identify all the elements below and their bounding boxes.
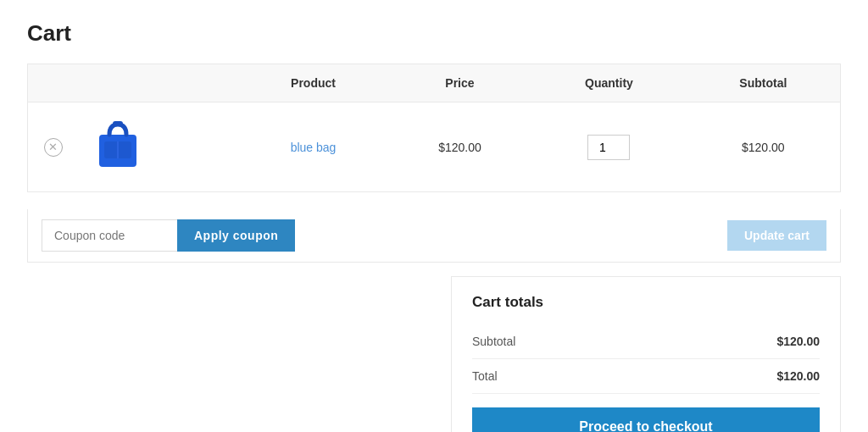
cart-table: Product Price Quantity Subtotal ✕ [27,64,841,192]
product-price: $120.00 [388,102,532,192]
cart-totals-section: Cart totals Subtotal $120.00 Total $120.… [451,276,841,432]
col-price: Price [388,64,532,102]
apply-coupon-button[interactable]: Apply coupon [177,219,295,252]
cart-actions: Apply coupon Update cart [27,209,841,263]
svg-rect-3 [113,121,123,126]
subtotal-row: Subtotal $120.00 [472,324,820,359]
cart-totals-title: Cart totals [472,294,820,311]
proceed-to-checkout-button[interactable]: Proceed to checkout [472,407,820,432]
product-link[interactable]: blue bag [291,141,337,154]
col-quantity: Quantity [531,64,686,102]
product-subtotal: $120.00 [687,102,841,192]
total-row: Total $120.00 [472,359,820,394]
coupon-input[interactable] [42,219,177,252]
col-product: Product [238,64,387,102]
col-subtotal: Subtotal [687,64,841,102]
update-cart-button[interactable]: Update cart [727,220,826,251]
total-value: $120.00 [776,369,820,383]
col-remove [28,64,79,102]
bottom-section: Cart totals Subtotal $120.00 Total $120.… [27,263,841,432]
cart-totals-box: Cart totals Subtotal $120.00 Total $120.… [451,276,841,432]
remove-item-button[interactable]: ✕ [44,138,63,157]
total-label: Total [472,369,498,383]
table-row: ✕ [28,102,841,192]
page-title: Cart [27,20,841,47]
subtotal-label: Subtotal [472,335,515,348]
quantity-input[interactable] [587,135,630,160]
col-image [79,64,239,102]
coupon-group: Apply coupon [42,219,295,252]
subtotal-value: $120.00 [776,335,820,348]
product-image [92,116,143,175]
